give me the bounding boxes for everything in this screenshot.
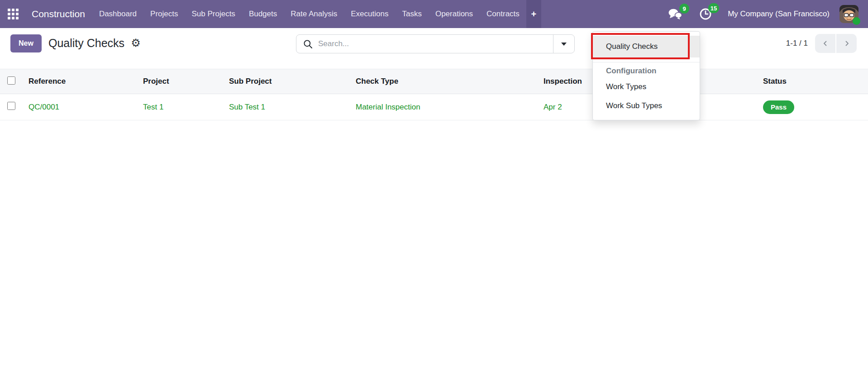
new-button[interactable]: New (10, 34, 42, 52)
header-check-type[interactable]: Check Type (348, 69, 536, 94)
pager: 1-1 / 1 (786, 34, 857, 53)
search-icon (303, 39, 313, 49)
table-row[interactable]: QC/0001 Test 1 Sub Test 1 Material Inspe… (0, 94, 868, 120)
search-options-toggle[interactable] (553, 35, 574, 53)
app-window: Construction Dashboard Projects Sub Proj… (0, 0, 868, 376)
chevron-left-icon (822, 40, 829, 47)
menu-operations[interactable]: Operations (429, 0, 480, 28)
select-all-checkbox[interactable] (7, 76, 15, 85)
header-sub-project[interactable]: Sub Project (222, 69, 348, 94)
status-badge: Pass (763, 100, 794, 114)
search-bar (296, 34, 575, 53)
activities-button[interactable]: 15 (699, 7, 712, 21)
search-input[interactable] (318, 39, 553, 48)
navbar-systray: 9 15 My Company (San Francisco) (652, 5, 868, 23)
dropdown-section-configuration: Configuration (593, 65, 700, 77)
cell-status[interactable]: Pass (756, 94, 868, 120)
messages-count-badge: 9 (679, 4, 689, 14)
user-menu[interactable] (839, 5, 858, 23)
menu-executions[interactable]: Executions (344, 0, 395, 28)
menu-tasks[interactable]: Tasks (395, 0, 428, 28)
breadcrumb: Quality Checks ⚙ (48, 34, 141, 52)
dropdown-item-work-types[interactable]: Work Types (593, 77, 700, 96)
dropdown-item-quality-checks[interactable]: Quality Checks (593, 36, 700, 57)
page-title: Quality Checks (48, 37, 124, 50)
menu-rate-analysis[interactable]: Rate Analysis (284, 0, 344, 28)
quality-checks-table: Reference Project Sub Project Check Type… (0, 69, 868, 120)
cell-check-type[interactable]: Material Inspection (348, 94, 536, 120)
chevron-right-icon (843, 40, 850, 47)
menu-budgets[interactable]: Budgets (242, 0, 284, 28)
dropdown-divider (593, 62, 700, 62)
main-menu: Dashboard Projects Sub Projects Budgets … (92, 0, 541, 28)
chevron-down-icon (561, 43, 567, 46)
pager-buttons (815, 34, 857, 53)
header-status[interactable]: Status (756, 69, 868, 94)
online-status-dot (853, 17, 860, 25)
cell-reference[interactable]: QC/0001 (21, 94, 136, 120)
pager-previous-button[interactable] (815, 34, 835, 53)
menu-sub-projects[interactable]: Sub Projects (185, 0, 242, 28)
control-panel: New Quality Checks ⚙ 1-1 / 1 (0, 28, 868, 69)
menu-more-button[interactable]: + (526, 0, 541, 28)
section-dropdown-menu: Quality Checks Configuration Work Types … (592, 31, 700, 120)
messages-button[interactable]: 9 (668, 8, 682, 20)
apps-menu-button[interactable] (0, 0, 26, 28)
menu-projects[interactable]: Projects (143, 0, 185, 28)
pager-next-button[interactable] (836, 34, 857, 53)
header-project[interactable]: Project (136, 69, 222, 94)
menu-dashboard[interactable]: Dashboard (92, 0, 143, 28)
gear-icon[interactable]: ⚙ (131, 38, 141, 48)
table-header-row: Reference Project Sub Project Check Type… (0, 69, 868, 94)
company-switcher[interactable]: My Company (San Francisco) (728, 10, 830, 19)
dropdown-item-work-sub-types[interactable]: Work Sub Types (593, 96, 700, 115)
activities-count-badge: 15 (708, 3, 719, 13)
cell-project[interactable]: Test 1 (136, 94, 222, 120)
row-checkbox[interactable] (7, 102, 15, 110)
pager-range: 1-1 / 1 (786, 39, 808, 48)
cell-sub-project[interactable]: Sub Test 1 (222, 94, 348, 120)
app-name[interactable]: Construction (32, 9, 85, 19)
apps-grid-icon (8, 9, 19, 19)
top-navbar: Construction Dashboard Projects Sub Proj… (0, 0, 868, 28)
menu-contracts[interactable]: Contracts (480, 0, 526, 28)
header-reference[interactable]: Reference (21, 69, 136, 94)
